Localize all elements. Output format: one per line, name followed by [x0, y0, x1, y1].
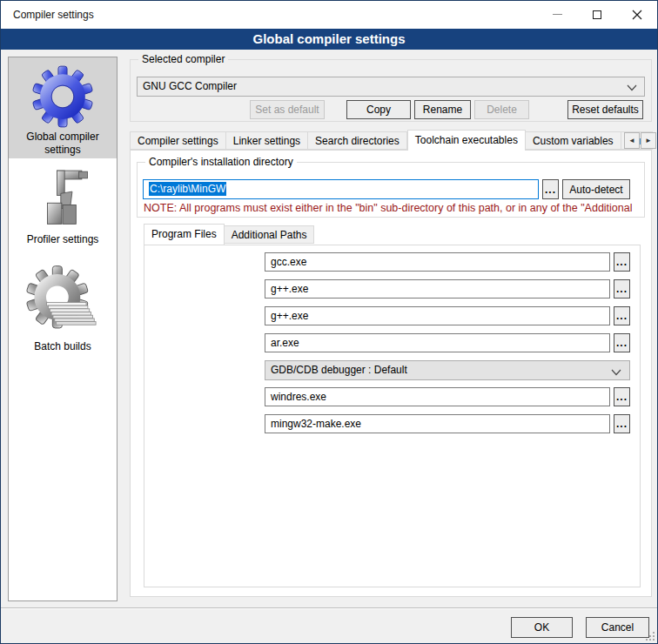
compiler-options-tabbar: Compiler settings Linker settings Search…: [130, 131, 653, 151]
installation-directory-group-label: Compiler's installation directory: [145, 156, 297, 168]
sidebar-item-profiler-settings[interactable]: Profiler settings: [9, 158, 117, 246]
title-bar: Compiler settings: [1, 1, 657, 29]
settings-category-list: Global compiler settings: [8, 57, 118, 601]
ok-button[interactable]: OK: [511, 617, 573, 638]
cpp-compiler-input[interactable]: g++.exe: [265, 279, 610, 299]
debugger-dropdown[interactable]: GDB/CDB debugger : Default: [265, 360, 630, 380]
caliper-icon: [32, 168, 93, 232]
dialog-header: Global compiler settings: [1, 29, 657, 50]
auto-detect-button[interactable]: Auto-detect: [562, 179, 630, 199]
tab-compiler-settings[interactable]: Compiler settings: [130, 131, 226, 150]
cpp-compiler-browse-button[interactable]: ...: [614, 279, 630, 299]
minimize-button[interactable]: [537, 1, 577, 28]
resize-grip[interactable]: [644, 630, 655, 641]
rename-button[interactable]: Rename: [414, 100, 471, 119]
note-text: NOTE: All programs must exist either in …: [144, 202, 647, 214]
minimize-icon: [553, 14, 562, 15]
selected-compiler-value: GNU GCC Compiler: [143, 80, 237, 92]
resource-compiler-browse-button[interactable]: ...: [614, 387, 630, 406]
compiler-settings-window: Compiler settings Global compiler settin…: [0, 0, 658, 644]
installation-directory-browse-button[interactable]: ...: [542, 179, 559, 199]
chevron-down-icon: [611, 369, 621, 376]
tab-custom-variables[interactable]: Custom variables: [526, 131, 621, 150]
installation-directory-value: C:\raylib\MinGW: [149, 182, 226, 196]
close-button[interactable]: [617, 1, 657, 28]
sidebar-item-label: Global compiler settings: [9, 131, 117, 157]
static-linker-input[interactable]: ar.exe: [265, 333, 610, 352]
dynamic-linker-browse-button[interactable]: ...: [614, 306, 630, 325]
selected-compiler-group-label: Selected compiler: [138, 53, 228, 65]
tab-linker-settings[interactable]: Linker settings: [226, 131, 308, 150]
tab-scroll-left-button[interactable]: ◄: [624, 132, 640, 149]
c-compiler-browse-button[interactable]: ...: [614, 252, 630, 272]
sidebar-item-label: Profiler settings: [9, 233, 117, 246]
maximize-icon: [593, 10, 601, 19]
tab-search-directories[interactable]: Search directories: [308, 131, 407, 150]
footer-separator: [1, 607, 657, 609]
paths-subtabbar: Program Files Additional Paths: [144, 225, 314, 245]
resource-compiler-input[interactable]: windres.exe: [265, 387, 610, 406]
c-compiler-input[interactable]: gcc.exe: [265, 252, 610, 272]
make-program-input[interactable]: mingw32-make.exe: [265, 414, 610, 433]
blue-gear-icon: [31, 65, 94, 128]
selected-compiler-dropdown[interactable]: GNU GCC Compiler: [137, 77, 645, 97]
tab-scroll-right-button[interactable]: ►: [641, 132, 656, 149]
maximize-button[interactable]: [577, 1, 617, 28]
make-program-browse-button[interactable]: ...: [614, 414, 630, 433]
copy-button[interactable]: Copy: [346, 100, 411, 119]
chevron-down-icon: [627, 84, 637, 91]
subtab-program-files[interactable]: Program Files: [144, 224, 225, 245]
subtab-additional-paths[interactable]: Additional Paths: [225, 225, 315, 244]
close-icon: [632, 10, 642, 20]
gray-gear-stack-icon: [25, 262, 100, 339]
cancel-button[interactable]: Cancel: [586, 617, 649, 638]
window-title: Compiler settings: [13, 1, 94, 29]
sidebar-item-batch-builds[interactable]: Batch builds: [9, 246, 117, 353]
installation-directory-input[interactable]: C:\raylib\MinGW: [143, 179, 539, 199]
sidebar-item-global-compiler-settings[interactable]: Global compiler settings: [9, 57, 117, 158]
sidebar-item-label: Batch builds: [9, 340, 117, 353]
static-linker-browse-button[interactable]: ...: [614, 333, 630, 352]
debugger-value: GDB/CDB debugger : Default: [271, 364, 407, 376]
dynamic-linker-input[interactable]: g++.exe: [265, 306, 610, 325]
delete-button[interactable]: Delete: [474, 100, 529, 119]
tab-toolchain-executables[interactable]: Toolchain executables: [407, 130, 526, 151]
reset-defaults-button[interactable]: Reset defaults: [567, 100, 643, 119]
set-as-default-button[interactable]: Set as default: [250, 100, 325, 119]
